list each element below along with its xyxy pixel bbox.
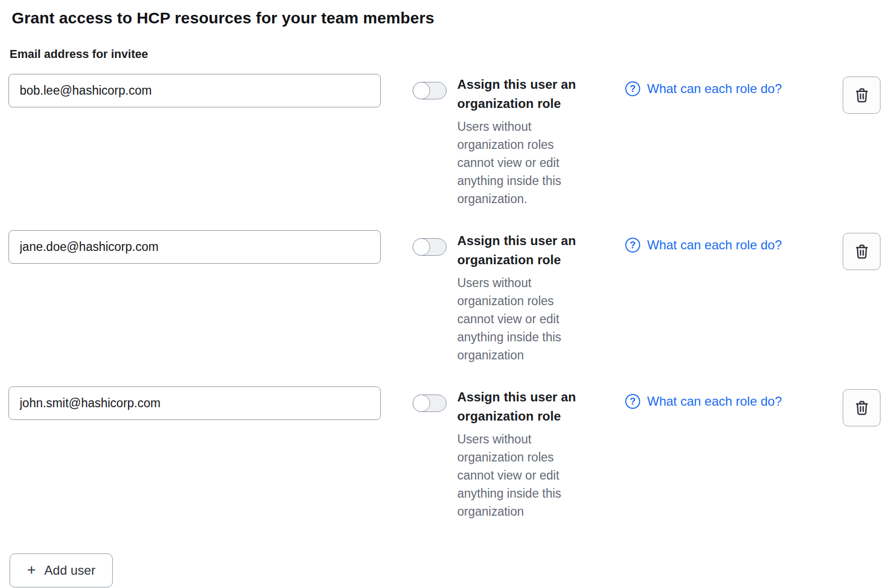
role-text-block: Assign this user an organization role Us… (457, 231, 593, 364)
delete-row-button[interactable] (843, 233, 880, 270)
add-user-button[interactable]: + Add user (10, 553, 113, 587)
org-role-toggle[interactable] (413, 394, 447, 412)
org-role-toggle[interactable] (413, 82, 447, 99)
org-role-toggle[interactable] (413, 238, 447, 256)
help-link-label: What can each role do? (647, 81, 782, 96)
question-mark-icon: ? (625, 394, 640, 409)
delete-row-button[interactable] (843, 389, 880, 426)
role-text-block: Assign this user an organization role Us… (457, 75, 593, 208)
delete-row-button[interactable] (843, 77, 880, 114)
email-input[interactable] (9, 230, 381, 264)
trash-icon (853, 399, 870, 416)
toggle-knob (413, 394, 430, 412)
invite-row: Assign this user an organization role Us… (9, 74, 880, 208)
role-help-link[interactable]: ? What can each role do? (625, 81, 782, 96)
add-user-label: Add user (44, 563, 95, 578)
plus-icon: + (27, 562, 36, 577)
invite-rows: Assign this user an organization role Us… (9, 74, 880, 520)
email-input[interactable] (9, 74, 381, 107)
toggle-knob (413, 238, 430, 256)
role-toggle-label: Assign this user an organization role (457, 75, 590, 113)
role-helper-text: Users without organization roles cannot … (457, 274, 566, 364)
role-text-block: Assign this user an organization role Us… (457, 388, 593, 520)
trash-icon (853, 87, 870, 104)
role-helper-text: Users without organization roles cannot … (457, 117, 566, 208)
role-help-link[interactable]: ? What can each role do? (625, 394, 782, 409)
question-mark-icon: ? (625, 81, 640, 96)
role-toggle-label: Assign this user an organization role (457, 231, 590, 270)
email-address-label: Email address for invitee (10, 47, 880, 61)
email-input[interactable] (9, 387, 381, 420)
invite-row: Assign this user an organization role Us… (9, 387, 880, 520)
toggle-knob (413, 82, 430, 99)
question-mark-icon: ? (625, 238, 640, 253)
role-toggle-label: Assign this user an organization role (457, 388, 590, 426)
role-help-link[interactable]: ? What can each role do? (625, 238, 782, 253)
trash-icon (853, 243, 870, 260)
role-helper-text: Users without organization roles cannot … (457, 430, 566, 520)
help-link-label: What can each role do? (647, 394, 782, 409)
help-link-label: What can each role do? (647, 238, 782, 253)
invite-row: Assign this user an organization role Us… (9, 230, 880, 364)
page-title: Grant access to HCP resources for your t… (12, 9, 880, 28)
